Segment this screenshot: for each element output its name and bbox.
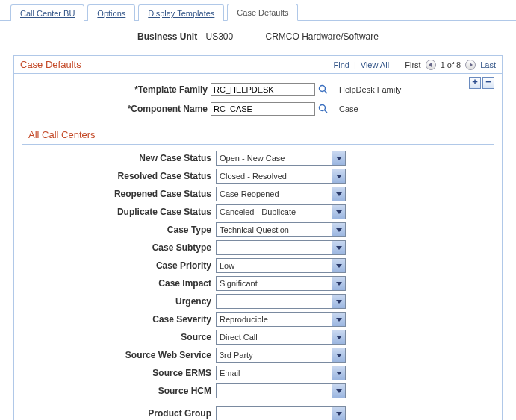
case-type-row: Case Type Technical Question — [25, 221, 491, 239]
case-defaults-form: + − Template Family HelpDesk Family Comp… — [13, 74, 503, 420]
case-impact-select[interactable]: Significant — [216, 276, 346, 291]
case-priority-row: Case Priority Low — [25, 257, 491, 275]
lookup-icon[interactable] — [318, 104, 329, 114]
component-name-input[interactable] — [211, 102, 315, 116]
svg-line-1 — [325, 91, 328, 94]
resolved-case-status-row: Resolved Case Status Closed - Resolved — [25, 167, 491, 185]
source-hcm-select[interactable] — [216, 383, 346, 398]
component-name-label: Component Name — [20, 104, 211, 114]
chevron-down-icon — [332, 169, 345, 183]
source-web-service-select[interactable]: 3rd Party — [216, 348, 346, 363]
case-severity-select[interactable]: Reproducible — [216, 312, 346, 327]
tab-bar: Call Center BU Options Display Templates… — [0, 0, 516, 21]
urgency-row: Urgency — [25, 292, 491, 310]
case-priority-select[interactable]: Low — [216, 258, 346, 273]
tab-display-templates[interactable]: Display Templates — [138, 4, 224, 21]
reopened-case-status-select[interactable]: Case Reopened — [216, 187, 346, 201]
business-unit-label: Business Unit — [137, 31, 197, 42]
svg-point-2 — [320, 105, 326, 111]
chevron-down-icon — [332, 151, 345, 165]
case-subtype-row: Case Subtype — [25, 239, 491, 257]
add-row-button[interactable]: + — [469, 77, 481, 89]
business-unit-name: CRMCO Hardware/Software — [266, 31, 379, 42]
add-remove-controls: + − — [469, 77, 494, 89]
resolved-case-status-select[interactable]: Closed - Resolved — [216, 169, 346, 184]
source-label: Source — [25, 332, 216, 342]
nav-separator: | — [354, 60, 356, 69]
resolved-case-status-label: Resolved Case Status — [25, 171, 216, 181]
lookup-icon[interactable] — [318, 84, 329, 95]
record-counter: 1 of 8 — [441, 60, 461, 69]
source-hcm-label: Source HCM — [25, 386, 216, 396]
first-label: First — [405, 60, 420, 69]
section-nav: Find | View All First 1 of 8 Last — [334, 60, 496, 70]
reopened-case-status-row: Reopened Case Status Case Reopened — [25, 185, 491, 203]
chevron-down-icon — [332, 187, 345, 201]
chevron-down-icon — [332, 366, 345, 380]
svg-line-3 — [325, 110, 328, 113]
tab-case-defaults[interactable]: Case Defaults — [227, 4, 298, 21]
chevron-down-icon — [332, 277, 345, 290]
duplicate-case-status-select[interactable]: Canceled - Duplicate — [216, 204, 346, 219]
urgency-label: Urgency — [25, 296, 216, 307]
case-impact-label: Case Impact — [25, 278, 216, 289]
business-unit-code: US300 — [205, 31, 233, 42]
case-priority-label: Case Priority — [25, 260, 216, 271]
new-case-status-row: New Case Status Open - New Case — [25, 149, 491, 167]
source-erms-row: Source ERMS Email — [25, 364, 491, 382]
product-group-label: Product Group — [25, 408, 216, 419]
source-web-service-row: Source Web Service 3rd Party — [25, 346, 491, 364]
business-unit-line: Business Unit US300 CRMCO Hardware/Softw… — [13, 31, 503, 42]
find-link[interactable]: Find — [334, 60, 349, 69]
chevron-down-icon — [332, 295, 345, 308]
chevron-down-icon — [332, 407, 345, 420]
last-link[interactable]: Last — [480, 60, 496, 69]
tab-call-center-bu[interactable]: Call Center BU — [10, 4, 84, 21]
chevron-down-icon — [332, 348, 345, 362]
duplicate-case-status-row: Duplicate Case Status Canceled - Duplica… — [25, 203, 491, 221]
case-severity-label: Case Severity — [25, 314, 216, 325]
chevron-down-icon — [332, 241, 345, 254]
page-content: Business Unit US300 CRMCO Hardware/Softw… — [0, 21, 516, 420]
view-all-link[interactable]: View All — [361, 60, 389, 69]
remove-row-button[interactable]: − — [482, 77, 494, 89]
urgency-select[interactable] — [216, 294, 346, 309]
source-erms-select[interactable]: Email — [216, 366, 346, 380]
chevron-down-icon — [332, 313, 345, 326]
template-family-label: Template Family — [20, 84, 211, 95]
case-impact-row: Case Impact Significant — [25, 275, 491, 292]
source-erms-label: Source ERMS — [25, 368, 216, 378]
source-web-service-label: Source Web Service — [25, 350, 216, 360]
reopened-case-status-label: Reopened Case Status — [25, 189, 216, 199]
new-case-status-select[interactable]: Open - New Case — [216, 151, 346, 166]
prev-record-button[interactable] — [426, 60, 436, 70]
chevron-down-icon — [332, 205, 345, 219]
template-family-input[interactable] — [211, 83, 315, 96]
all-call-centers-title: All Call Centers — [22, 125, 494, 145]
case-subtype-label: Case Subtype — [25, 242, 216, 253]
tab-options[interactable]: Options — [87, 4, 135, 21]
case-subtype-select[interactable] — [216, 240, 346, 255]
source-select[interactable]: Direct Call — [216, 330, 346, 345]
all-call-centers-body: New Case Status Open - New Case Resolved… — [22, 145, 494, 420]
new-case-status-label: New Case Status — [25, 153, 216, 163]
source-row: Source Direct Call — [25, 328, 491, 346]
component-name-desc: Case — [339, 104, 358, 113]
chevron-down-icon — [332, 330, 345, 344]
chevron-down-icon — [332, 384, 345, 398]
chevron-down-icon — [332, 259, 345, 272]
next-record-button[interactable] — [465, 60, 476, 70]
template-family-row: Template Family HelpDesk Family — [20, 80, 496, 99]
section-title: Case Defaults — [20, 59, 81, 70]
all-call-centers-section: All Call Centers New Case Status Open - … — [22, 125, 494, 420]
duplicate-case-status-label: Duplicate Case Status — [25, 207, 216, 217]
product-group-row: Product Group — [25, 404, 491, 420]
case-severity-row: Case Severity Reproducible — [25, 310, 491, 328]
template-family-desc: HelpDesk Family — [339, 85, 401, 94]
product-group-select[interactable] — [216, 406, 346, 420]
component-name-row: Component Name Case — [20, 99, 496, 119]
source-hcm-row: Source HCM — [25, 382, 491, 400]
case-type-select[interactable]: Technical Question — [216, 222, 346, 237]
chevron-down-icon — [332, 223, 345, 236]
case-type-label: Case Type — [25, 225, 216, 235]
